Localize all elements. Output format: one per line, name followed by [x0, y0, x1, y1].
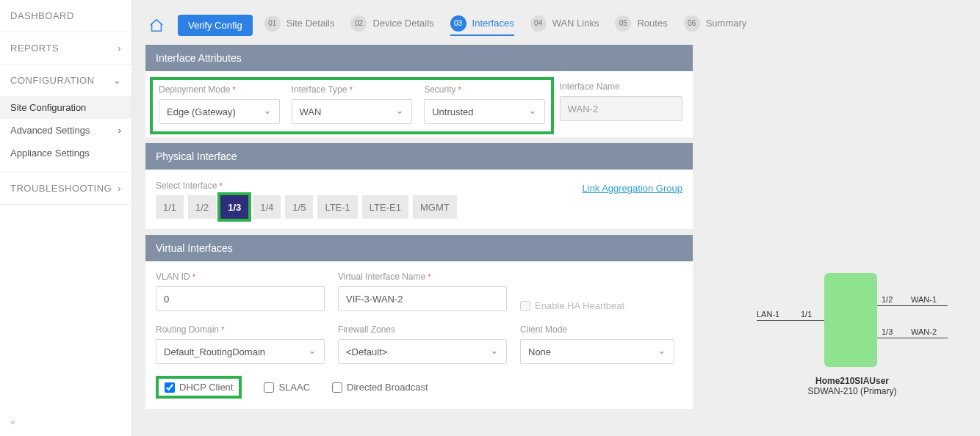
vlan-id-label: VLAN ID — [156, 272, 325, 282]
firewall-zones-label: Firewall Zones — [338, 324, 507, 335]
panel-head: Virtual Interfaces — [145, 235, 693, 261]
port-label: WAN-2 — [911, 327, 937, 336]
vif-name-label: Virtual Interface Name — [338, 272, 507, 282]
interface-btn-LTE-1[interactable]: LTE-1 — [317, 195, 357, 219]
topology-diagram: LAN-1 1/1 1/2 WAN-1 1/3 WAN-2 Home210SIA… — [706, 45, 967, 436]
step-summary[interactable]: 06 Summary — [684, 15, 747, 36]
device-model: SDWAN-210 (Primary) — [808, 386, 897, 396]
sidebar-item-label: Advanced Settings — [10, 125, 90, 136]
deployment-mode-select[interactable]: Edge (Gateway) — [159, 99, 280, 124]
interface-btn-1-3[interactable]: 1/3 — [220, 195, 248, 219]
interface-btn-1-5[interactable]: 1/5 — [285, 195, 313, 219]
device-node — [824, 273, 877, 367]
interface-buttons: 1/11/21/31/41/5LTE-1LTE-E1MGMT — [156, 195, 457, 219]
security-select[interactable]: Untrusted — [424, 99, 545, 124]
deployment-mode-label: Deployment Mode — [159, 84, 280, 95]
panel-physical-interface: Physical Interface Select Interface 1/11… — [145, 143, 693, 229]
nav-dashboard-label: DASHBOARD — [10, 10, 74, 21]
step-label: Interfaces — [472, 18, 514, 29]
verify-config-button[interactable]: Verify Config — [178, 15, 253, 36]
chevron-down-icon: ⌄ — [113, 75, 122, 86]
sidebar-item-label: Site Configuration — [10, 102, 86, 113]
step-badge: 01 — [264, 15, 281, 32]
step-routes[interactable]: 05 Routes — [615, 15, 667, 36]
topbar: Verify Config 01 Site Details 02 Device … — [145, 12, 967, 45]
port-label: 1/3 — [882, 327, 893, 336]
main: Verify Config 01 Site Details 02 Device … — [132, 0, 980, 436]
select-interface-label: Select Interface — [156, 181, 223, 191]
sidebar: DASHBOARD REPORTS › CONFIGURATION ⌄ Site… — [0, 0, 132, 436]
port-label: 1/2 — [882, 295, 893, 304]
enable-ha-checkbox: Enable HA Heartbeat — [520, 300, 674, 311]
vif-name-input[interactable]: VIF-3-WAN-2 — [338, 286, 507, 311]
step-label: WAN Links — [552, 18, 599, 29]
routing-domain-label: Routing Domain — [156, 324, 325, 335]
dhcp-client-checkbox[interactable]: DHCP Client — [156, 376, 242, 399]
home-icon[interactable] — [147, 16, 166, 35]
nav-dashboard[interactable]: DASHBOARD — [0, 0, 131, 32]
step-label: Device Details — [372, 18, 433, 29]
collapse-sidebar-icon[interactable]: « — [0, 407, 131, 436]
port-label: 1/1 — [801, 310, 812, 319]
port-label: LAN-1 — [757, 310, 779, 319]
slaac-checkbox[interactable]: SLAAC — [264, 382, 310, 393]
interface-btn-MGMT[interactable]: MGMT — [413, 195, 457, 219]
directed-broadcast-checkbox[interactable]: Directed Broadcast — [332, 382, 428, 393]
panel-virtual-interfaces: Virtual Interfaces VLAN ID 0 Virtual Int… — [145, 235, 693, 409]
nav-reports[interactable]: REPORTS › — [0, 32, 131, 64]
interface-name-label: Interface Name — [560, 81, 682, 92]
step-label: Summary — [706, 18, 747, 29]
sidebar-item-appliance-settings[interactable]: Appliance Settings — [0, 142, 131, 164]
chevron-right-icon: › — [118, 125, 121, 136]
interface-btn-LTE-E1[interactable]: LTE-E1 — [362, 195, 408, 219]
security-label: Security — [424, 84, 545, 95]
interface-name-input: WAN-2 — [560, 96, 682, 121]
device-name: Home210SIAUser — [815, 376, 889, 386]
step-badge: 03 — [450, 15, 466, 32]
step-label: Routes — [637, 18, 667, 29]
step-interfaces[interactable]: 03 Interfaces — [450, 15, 514, 36]
vlan-id-input[interactable]: 0 — [156, 286, 325, 311]
panel-head: Physical Interface — [145, 143, 693, 170]
port-label: WAN-1 — [911, 295, 937, 304]
chevron-right-icon: › — [118, 183, 121, 194]
interface-type-select[interactable]: WAN — [292, 99, 413, 124]
step-label: Site Details — [287, 18, 335, 29]
nav-reports-label: REPORTS — [10, 43, 59, 54]
nav-configuration[interactable]: CONFIGURATION ⌄ — [0, 65, 131, 96]
interface-type-label: Interface Type — [292, 84, 413, 95]
client-mode-label: Client Mode — [520, 324, 674, 335]
sidebar-item-adv-settings[interactable]: Advanced Settings › — [0, 119, 131, 142]
interface-btn-1-4[interactable]: 1/4 — [253, 195, 281, 219]
step-wan-links[interactable]: 04 WAN Links — [530, 15, 599, 36]
panel-head: Interface Attributes — [145, 45, 693, 71]
link-aggregation-link[interactable]: Link Aggregation Group — [582, 183, 682, 194]
step-device-details[interactable]: 02 Device Details — [350, 15, 433, 36]
nav-configuration-label: CONFIGURATION — [10, 75, 95, 86]
sidebar-item-site-config[interactable]: Site Configuration — [0, 96, 131, 119]
nav-troubleshooting-label: TROUBLESHOOTING — [10, 183, 112, 194]
step-badge: 06 — [684, 15, 700, 32]
step-badge: 04 — [530, 15, 547, 32]
firewall-zones-select[interactable]: <Default> — [338, 339, 507, 364]
sidebar-item-label: Appliance Settings — [10, 148, 90, 159]
step-badge: 05 — [615, 15, 631, 32]
nav-troubleshooting[interactable]: TROUBLESHOOTING › — [0, 172, 131, 204]
interface-btn-1-2[interactable]: 1/2 — [188, 195, 216, 219]
interface-btn-1-1[interactable]: 1/1 — [156, 195, 184, 219]
step-site-details[interactable]: 01 Site Details — [264, 15, 335, 36]
chevron-right-icon: › — [118, 43, 121, 54]
wizard-steps: 01 Site Details 02 Device Details 03 Int… — [264, 15, 747, 36]
panel-interface-attrs: Interface Attributes Deployment Mode Edg… — [145, 45, 693, 137]
step-badge: 02 — [350, 15, 367, 32]
client-mode-select[interactable]: None — [520, 339, 674, 364]
routing-domain-select[interactable]: Default_RoutingDomain — [156, 339, 325, 364]
